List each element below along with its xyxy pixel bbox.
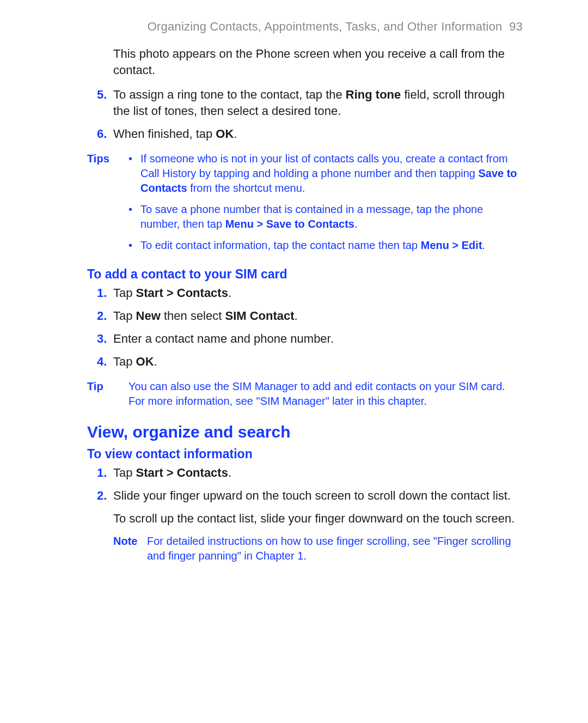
note-text: For detailed instructions on how to use … xyxy=(147,534,523,563)
tip-item: If someone who is not in your list of co… xyxy=(128,151,523,196)
step-5: 5. To assign a ring tone to the contact,… xyxy=(113,87,523,119)
step-text: To assign a ring tone to the contact, ta… xyxy=(113,88,505,118)
tip-label: Tip xyxy=(87,379,128,409)
step-number: 4. xyxy=(97,354,107,370)
step-text: Tap Start > Contacts. xyxy=(113,466,231,479)
step-text: Enter a contact name and phone number. xyxy=(113,332,334,345)
view-step-1: 1. Tap Start > Contacts. xyxy=(113,465,523,481)
sim-step-1: 1. Tap Start > Contacts. xyxy=(113,285,523,301)
tip-text: You can also use the SIM Manager to add … xyxy=(128,379,523,409)
tip-item: To edit contact information, tap the con… xyxy=(128,238,523,253)
view-subheading: To view contact information xyxy=(87,447,523,461)
intro-paragraph: This photo appears on the Phone screen w… xyxy=(113,46,523,78)
running-header: Organizing Contacts, Appointments, Tasks… xyxy=(124,20,523,34)
note-label: Note xyxy=(113,534,147,563)
note-block: Note For detailed instructions on how to… xyxy=(113,534,523,563)
top-steps-list: 5. To assign a ring tone to the contact,… xyxy=(87,87,523,142)
step-number: 2. xyxy=(97,488,107,504)
view-steps-list: 1. Tap Start > Contacts. 2. Slide your f… xyxy=(87,465,523,503)
sim-step-3: 3. Enter a contact name and phone number… xyxy=(113,331,523,347)
header-title: Organizing Contacts, Appointments, Tasks… xyxy=(148,20,503,33)
step-text: Tap New then select SIM Contact. xyxy=(113,309,298,323)
tip-item: To save a phone number that is contained… xyxy=(128,202,523,232)
sim-step-4: 4. Tap OK. xyxy=(113,354,523,370)
step-6: 6. When finished, tap OK. xyxy=(113,126,523,142)
step-number: 1. xyxy=(97,465,107,481)
header-page-number: 93 xyxy=(509,20,523,33)
view-section-heading: View, organize and search xyxy=(87,423,523,441)
step-number: 6. xyxy=(97,126,107,142)
sim-heading: To add a contact to your SIM card xyxy=(87,267,523,282)
step-number: 5. xyxy=(97,87,107,103)
step-number: 3. xyxy=(97,331,107,347)
sim-steps-list: 1. Tap Start > Contacts. 2. Tap New then… xyxy=(87,285,523,369)
step-number: 2. xyxy=(97,308,107,324)
step-text: Slide your finger upward on the touch sc… xyxy=(113,489,511,502)
step-number: 1. xyxy=(97,285,107,301)
step-text: When finished, tap OK. xyxy=(113,127,237,141)
tips-list: If someone who is not in your list of co… xyxy=(128,151,523,253)
tips-block: Tips If someone who is not in your list … xyxy=(87,151,523,259)
view-extra-paragraph: To scroll up the contact list, slide you… xyxy=(113,511,523,527)
tip-block: Tip You can also use the SIM Manager to … xyxy=(87,379,523,409)
step-text: Tap Start > Contacts. xyxy=(113,286,231,300)
step-text: Tap OK. xyxy=(113,355,157,368)
tips-label: Tips xyxy=(87,151,128,259)
sim-step-2: 2. Tap New then select SIM Contact. xyxy=(113,308,523,324)
view-step-2: 2. Slide your finger upward on the touch… xyxy=(113,488,523,504)
page: Organizing Contacts, Appointments, Tasks… xyxy=(0,0,588,723)
